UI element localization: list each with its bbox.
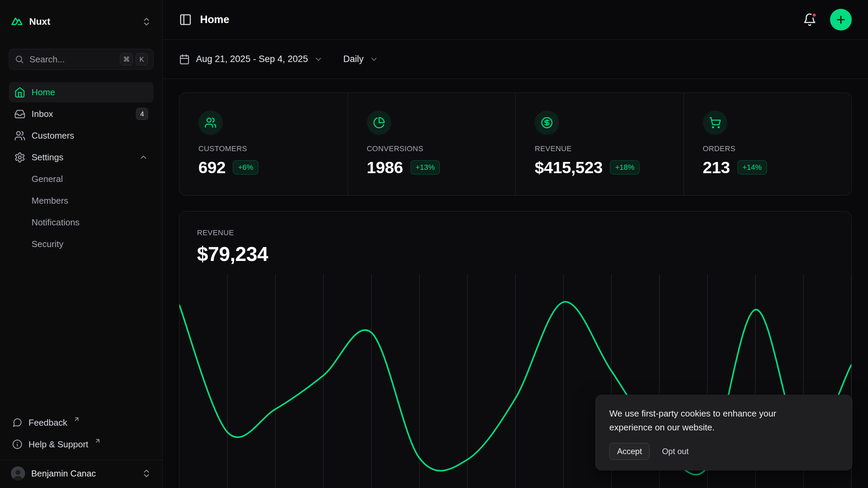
nuxt-logo-icon (11, 16, 23, 28)
chevron-down-icon (370, 55, 378, 64)
stat-customers: CUSTOMERS 692 +6% (179, 93, 348, 195)
panel-left-icon[interactable] (179, 13, 192, 26)
stat-delta-badge: +14% (737, 160, 767, 175)
plus-icon (835, 14, 847, 25)
person-silhouette-icon (11, 468, 25, 481)
external-link-icon (73, 416, 80, 423)
chevron-up-icon (139, 152, 148, 162)
sidebar-item-label: Customers (32, 130, 74, 141)
search-placeholder: Search... (29, 54, 65, 65)
sidebar-nav: Home Inbox 4 Customers Settings (9, 82, 154, 254)
stat-label: REVENUE (535, 144, 665, 153)
filters-toolbar: Aug 21, 2025 - Sep 4, 2025 Daily (163, 40, 868, 79)
stat-label: ORDERS (703, 144, 833, 153)
users-icon (14, 130, 25, 141)
stat-value: 213 (703, 158, 730, 177)
stat-delta-badge: +13% (411, 160, 440, 175)
cookie-accept-button[interactable]: Accept (609, 443, 650, 460)
inbox-icon (14, 108, 25, 120)
inbox-count-badge: 4 (136, 108, 148, 120)
sidebar-item-customers[interactable]: Customers (9, 125, 154, 146)
cookie-optout-button[interactable]: Opt out (662, 447, 689, 456)
cookie-message: We use first-party cookies to enhance yo… (609, 407, 806, 434)
sidebar-item-home[interactable]: Home (9, 82, 154, 102)
circle-dollar-icon (535, 110, 559, 135)
sidebar-item-label: Settings (32, 152, 63, 163)
stat-orders: ORDERS 213 +14% (684, 93, 852, 195)
stat-value: $415,523 (535, 158, 603, 177)
sidebar-item-inbox[interactable]: Inbox 4 (9, 104, 154, 124)
chevron-up-down-icon (141, 17, 152, 27)
feedback-link[interactable]: Feedback (9, 412, 154, 433)
stat-label: CUSTOMERS (198, 144, 329, 153)
message-bubble-icon (12, 418, 22, 428)
stat-revenue: REVENUE $415,523 +18% (515, 93, 684, 195)
help-support-label: Help & Support (28, 439, 88, 450)
pie-chart-icon (367, 110, 391, 135)
stat-label: CONVERSIONS (367, 144, 497, 153)
feedback-label: Feedback (28, 418, 67, 428)
search-input[interactable]: Search... ⌘ K (9, 49, 154, 70)
sidebar-subitem-general[interactable]: General (9, 169, 154, 189)
add-button[interactable] (830, 9, 852, 30)
sidebar-item-settings[interactable]: Settings (9, 147, 154, 167)
shopping-cart-icon (703, 110, 727, 135)
header-actions (803, 9, 852, 30)
granularity-value: Daily (343, 54, 363, 64)
users-icon (198, 110, 223, 135)
calendar-icon (179, 54, 190, 65)
date-range-value: Aug 21, 2025 - Sep 4, 2025 (196, 54, 308, 64)
user-block: Benjamin Canac (0, 460, 162, 481)
chevron-down-icon (314, 55, 323, 64)
revenue-card-label: REVENUE (179, 228, 851, 237)
notification-dot (811, 12, 817, 18)
stat-conversions: CONVERSIONS 1986 +13% (348, 93, 516, 195)
info-circle-icon (12, 439, 22, 449)
workspace-switcher[interactable]: Nuxt (9, 0, 154, 43)
kbd-cmd: ⌘ (120, 53, 133, 65)
search-icon (15, 55, 24, 64)
search-kbd-hints: ⌘ K (120, 53, 148, 65)
user-menu[interactable]: Benjamin Canac (11, 466, 152, 481)
sidebar-subitem-members[interactable]: Members (9, 190, 154, 211)
chevron-up-down-icon (141, 468, 152, 479)
user-name: Benjamin Canac (31, 468, 96, 479)
gear-icon (14, 152, 25, 163)
avatar (11, 466, 25, 481)
external-link-icon (94, 438, 101, 444)
revenue-card-value: $79,234 (179, 243, 851, 266)
stat-value: 1986 (367, 158, 403, 177)
sidebar-subitem-security[interactable]: Security (9, 234, 154, 254)
date-range-picker[interactable]: Aug 21, 2025 - Sep 4, 2025 (179, 54, 323, 65)
workspace-name: Nuxt (29, 16, 50, 27)
home-icon (14, 87, 25, 98)
sidebar: Nuxt Search... ⌘ K Home Inbox 4 (0, 0, 163, 488)
cookie-actions: Accept Opt out (609, 443, 839, 460)
notifications-button[interactable] (803, 13, 816, 26)
stat-value: 692 (198, 158, 225, 177)
stat-delta-badge: +18% (610, 160, 639, 175)
sidebar-footer: Feedback Help & Support Benjamin Can (9, 412, 154, 481)
stat-delta-badge: +6% (233, 160, 258, 175)
page-title: Home (200, 14, 229, 26)
page-header: Home (163, 0, 868, 40)
sidebar-subitem-notifications[interactable]: Notifications (9, 212, 154, 232)
help-support-link[interactable]: Help & Support (9, 433, 154, 455)
kbd-k: K (136, 53, 148, 65)
cookie-banner: We use first-party cookies to enhance yo… (595, 395, 852, 470)
stats-summary-card: CUSTOMERS 692 +6% CONVERSIONS 1986 +13% (179, 93, 852, 196)
granularity-select[interactable]: Daily (343, 54, 378, 64)
sidebar-item-label: Inbox (32, 109, 53, 119)
sidebar-item-label: Home (32, 87, 55, 98)
